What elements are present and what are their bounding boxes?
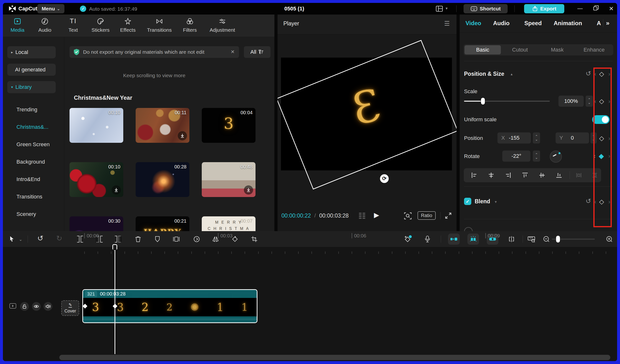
sidebar-item-green-screen[interactable]: Green Screen: [16, 141, 50, 148]
tab-text[interactable]: TI Text: [60, 17, 86, 33]
sidebar-item-intro-end[interactable]: Intro&End: [16, 176, 40, 182]
keyframe-next-icon[interactable]: ›: [608, 153, 610, 159]
media-card-family[interactable]: 00:48: [202, 162, 256, 197]
position-x-field[interactable]: X -155: [497, 132, 531, 144]
playhead-line[interactable]: [115, 250, 115, 354]
sidebar-item-background[interactable]: Background: [16, 159, 45, 165]
window-close-button[interactable]: ✕: [609, 5, 614, 12]
subtab-basic[interactable]: Basic: [465, 45, 501, 54]
rotate-value-field[interactable]: -22°: [502, 151, 530, 162]
playhead-handle[interactable]: [112, 244, 117, 251]
keyframe-next-icon[interactable]: ›: [608, 135, 610, 142]
split-view-icon[interactable]: [507, 235, 516, 243]
scale-slider-handle[interactable]: [481, 98, 485, 105]
lock-track-button[interactable]: [20, 302, 29, 311]
timeline-clip[interactable]: 321 00:00:03:28 3 3 2 2 ✺ 1 1: [82, 289, 257, 323]
distribute-vertical-icon[interactable]: [592, 172, 598, 178]
sidebar-item-local[interactable]: ▸ Local: [7, 46, 56, 58]
timeline-zoom-slider-handle[interactable]: [556, 236, 560, 243]
edit-cover-button[interactable]: ✎ Cover: [61, 300, 79, 316]
keyframe-diamond-icon[interactable]: ◇: [599, 98, 604, 105]
keyframe-prev-icon[interactable]: ‹: [594, 71, 596, 77]
sidebar-item-christmas[interactable]: Christmas&...: [16, 124, 48, 130]
sidebar-item-library[interactable]: ▾ Library: [7, 81, 56, 93]
magnetic-snap-toggle[interactable]: [448, 234, 460, 245]
media-card-merry-christmas[interactable]: 00:07 M E R R Y C H R I S T M A: [202, 216, 256, 231]
export-button[interactable]: Export: [524, 4, 564, 13]
download-icon[interactable]: [178, 131, 187, 140]
close-icon[interactable]: ✕: [231, 49, 235, 55]
media-card-snow[interactable]: 00:10: [70, 108, 123, 143]
window-maximize-button[interactable]: [593, 5, 599, 12]
auto-preview-toggle[interactable]: [467, 234, 479, 245]
position-y-stepper[interactable]: ⌃ ⌄: [590, 132, 597, 144]
rotate-dial[interactable]: [550, 151, 562, 163]
play-button[interactable]: ▶: [374, 211, 379, 219]
tab-filters[interactable]: Filters: [177, 17, 203, 33]
blend-checkbox[interactable]: ✓: [464, 198, 471, 205]
media-card-purple-fireworks[interactable]: 00:30: [70, 216, 123, 231]
horizontal-scrollbar[interactable]: [59, 355, 610, 360]
mute-track-button[interactable]: [44, 302, 52, 311]
tab-transitions[interactable]: Transitions: [146, 17, 173, 33]
subtab-cutout[interactable]: Cutout: [502, 47, 538, 53]
tab-animation[interactable]: Animation: [554, 20, 582, 27]
align-left-icon[interactable]: [471, 172, 477, 178]
keyframe-diamond-icon[interactable]: ◇: [599, 198, 604, 205]
keyframe-diamond-icon[interactable]: ◇: [599, 70, 604, 78]
keyframe-next-icon[interactable]: ›: [608, 98, 610, 105]
align-center-horizontal-icon[interactable]: [488, 172, 494, 178]
tab-truncated[interactable]: A: [597, 20, 601, 27]
reset-blend-icon[interactable]: ↺: [586, 197, 591, 205]
tab-audio[interactable]: Audio: [31, 17, 58, 33]
overlay-icon[interactable]: [172, 235, 181, 243]
scale-value-field[interactable]: 100%: [558, 96, 584, 107]
download-icon[interactable]: [244, 185, 253, 195]
tab-adjustment[interactable]: Adjustment: [209, 17, 236, 33]
tab-video[interactable]: Video: [465, 20, 481, 27]
keyframe-prev-icon[interactable]: ‹: [593, 153, 595, 159]
tab-speed[interactable]: Speed: [524, 20, 542, 27]
media-card-happy[interactable]: 00:21 HAPPY: [136, 216, 189, 231]
media-card-countdown-3[interactable]: 00:04 3: [202, 108, 256, 143]
shortcut-button[interactable]: Shortcut: [464, 4, 508, 13]
more-tabs-icon[interactable]: »: [606, 19, 609, 27]
media-card-fireworks[interactable]: 00:28: [136, 162, 189, 197]
tab-media[interactable]: Media: [4, 17, 31, 33]
undo-icon[interactable]: ↺: [37, 234, 43, 243]
distribute-horizontal-icon[interactable]: [576, 172, 582, 178]
hide-track-button[interactable]: [32, 302, 41, 311]
mark-icon[interactable]: [153, 235, 162, 243]
collapse-caret-icon[interactable]: ▲: [510, 72, 513, 76]
keyframe-diamond-active-icon[interactable]: ◆: [599, 152, 604, 160]
sidebar-item-scenery[interactable]: Scenery: [16, 211, 36, 217]
split-icon[interactable]: [76, 235, 84, 243]
subtab-mask[interactable]: Mask: [539, 47, 575, 53]
zoom-out-icon[interactable]: [542, 235, 551, 243]
media-card-gifts[interactable]: 00:11: [136, 108, 189, 143]
stepper-down-icon[interactable]: ⌄: [588, 101, 591, 104]
media-card-ornaments[interactable]: 00:10: [70, 162, 123, 197]
reset-position-size-icon[interactable]: ↺: [586, 70, 591, 77]
position-x-stepper[interactable]: ⌃ ⌄: [533, 132, 540, 144]
layout-caret-icon[interactable]: ▾: [446, 6, 448, 11]
select-tool-icon[interactable]: [8, 235, 16, 243]
delete-right-icon[interactable]: [114, 235, 123, 243]
align-bottom-icon[interactable]: [556, 172, 562, 178]
stepper-down-icon[interactable]: ⌄: [535, 138, 538, 141]
preview-quality-icon[interactable]: [403, 212, 412, 221]
align-top-icon[interactable]: [522, 172, 528, 178]
align-center-vertical-icon[interactable]: [539, 172, 545, 178]
timeline-scale-icon[interactable]: [527, 235, 536, 243]
add-keyframe-icon[interactable]: [403, 235, 412, 243]
stepper-down-icon[interactable]: ⌄: [592, 138, 595, 141]
rotate-stepper[interactable]: ⌃ ⌄: [533, 151, 540, 162]
player-menu-icon[interactable]: ☰: [444, 20, 450, 27]
layout-panels-icon[interactable]: [435, 5, 443, 13]
redo-icon[interactable]: ↻: [56, 234, 62, 243]
delete-icon[interactable]: [134, 235, 142, 243]
scale-stepper[interactable]: ⌃ ⌄: [586, 96, 593, 107]
stepper-down-icon[interactable]: ⌄: [535, 156, 538, 159]
ratio-button[interactable]: Ratio: [418, 211, 436, 220]
tab-effects[interactable]: Effects: [115, 17, 141, 33]
